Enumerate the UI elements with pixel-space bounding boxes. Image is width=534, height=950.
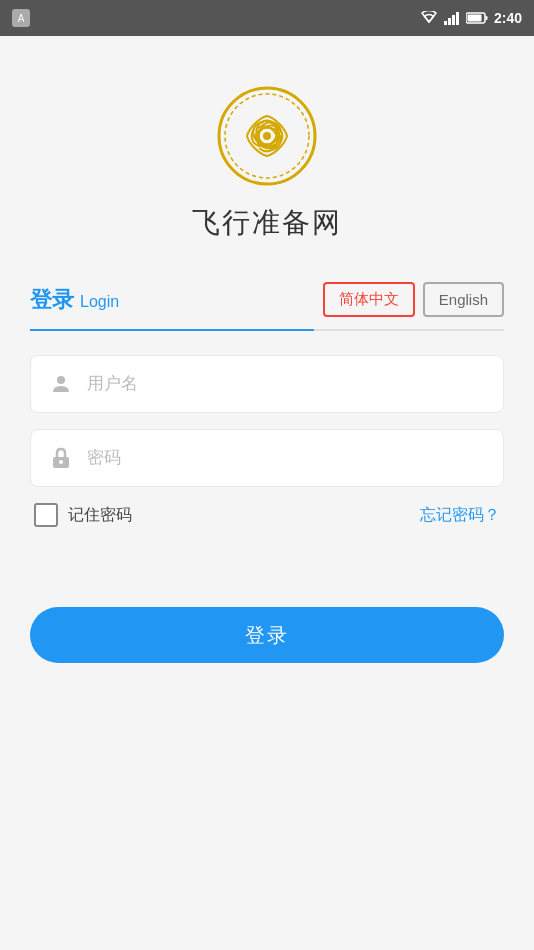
battery-icon	[466, 11, 488, 25]
wifi-icon	[420, 11, 438, 25]
lang-buttons: 简体中文 English	[323, 282, 504, 317]
tab-underline	[30, 329, 504, 331]
lock-icon	[47, 444, 75, 472]
svg-rect-3	[448, 18, 451, 25]
remember-checkbox[interactable]	[34, 503, 58, 527]
svg-point-10	[263, 132, 271, 140]
svg-point-14	[59, 460, 63, 464]
svg-rect-8	[485, 16, 487, 20]
login-title-cn: 登录	[30, 285, 74, 315]
svg-rect-5	[456, 12, 459, 25]
status-bar-right: 2:40	[420, 10, 522, 26]
main-content: 飞行准备网 登录 Login 简体中文 English	[0, 36, 534, 950]
svg-rect-4	[452, 15, 455, 25]
username-input[interactable]	[87, 374, 487, 394]
signal-icon	[444, 11, 460, 25]
status-bar: A 2:40	[0, 0, 534, 36]
password-input[interactable]	[87, 448, 487, 468]
app-icon: A	[12, 9, 30, 27]
remember-left: 记住密码	[34, 503, 132, 527]
password-input-group	[30, 429, 504, 487]
svg-rect-7	[467, 15, 481, 22]
status-bar-left: A	[12, 9, 30, 27]
remember-label: 记住密码	[68, 505, 132, 526]
logo-area: 飞行准备网	[192, 86, 342, 242]
app-title: 飞行准备网	[192, 204, 342, 242]
svg-point-12	[57, 376, 65, 384]
tab-header: 登录 Login 简体中文 English	[30, 282, 504, 329]
status-time: 2:40	[494, 10, 522, 26]
login-button[interactable]: 登录	[30, 607, 504, 663]
user-icon	[47, 370, 75, 398]
tab-title: 登录 Login	[30, 285, 119, 315]
forgot-password-link[interactable]: 忘记密码？	[420, 505, 500, 526]
login-btn-area: 登录	[0, 607, 534, 663]
tab-area: 登录 Login 简体中文 English	[0, 282, 534, 331]
form-area: 记住密码 忘记密码？	[0, 355, 534, 527]
lang-en-button[interactable]: English	[423, 282, 504, 317]
svg-text:A: A	[18, 13, 25, 24]
lang-cn-button[interactable]: 简体中文	[323, 282, 415, 317]
remember-row: 记住密码 忘记密码？	[30, 503, 504, 527]
app-logo	[217, 86, 317, 186]
username-input-group	[30, 355, 504, 413]
login-title-en: Login	[80, 293, 119, 311]
svg-rect-2	[444, 21, 447, 25]
